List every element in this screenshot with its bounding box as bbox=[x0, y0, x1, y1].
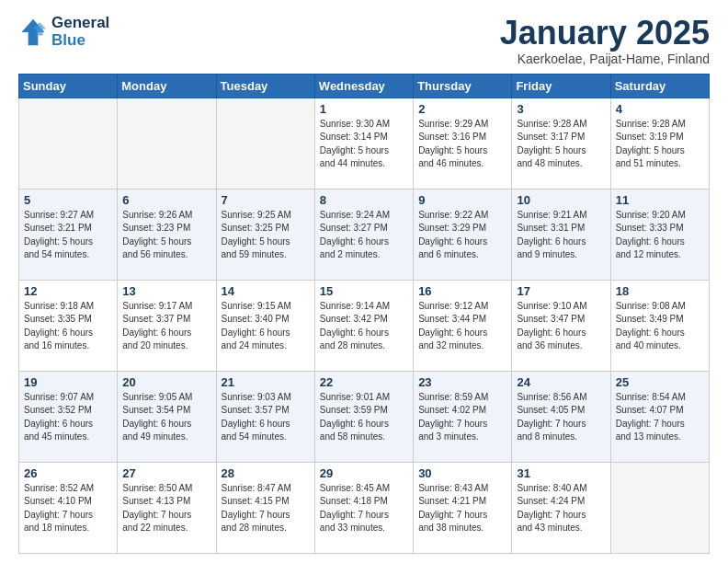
sunrise-text: Sunrise: 9:29 AM bbox=[418, 119, 488, 129]
daylight-text-line2: and 28 minutes. bbox=[320, 340, 385, 350]
daylight-text-line2: and 32 minutes. bbox=[418, 340, 483, 350]
weekday-header-friday: Friday bbox=[512, 74, 610, 98]
day-number: 13 bbox=[122, 284, 210, 298]
sunrise-text: Sunrise: 9:28 AM bbox=[517, 119, 586, 129]
sunset-text: Sunset: 4:21 PM bbox=[418, 496, 486, 506]
logo-icon bbox=[18, 17, 48, 47]
daylight-text-line1: Daylight: 5 hours bbox=[517, 145, 586, 155]
sunset-text: Sunset: 4:18 PM bbox=[320, 496, 388, 506]
weekday-header-saturday: Saturday bbox=[610, 74, 709, 98]
day-info: Sunrise: 9:07 AMSunset: 3:52 PMDaylight:… bbox=[24, 391, 112, 444]
sunrise-text: Sunrise: 8:52 AM bbox=[24, 483, 94, 493]
daylight-text-line1: Daylight: 6 hours bbox=[24, 327, 93, 338]
daylight-text-line1: Daylight: 6 hours bbox=[320, 327, 389, 338]
calendar-day-cell: 7Sunrise: 9:25 AMSunset: 3:25 PMDaylight… bbox=[216, 189, 314, 280]
sunset-text: Sunset: 3:31 PM bbox=[517, 223, 585, 233]
day-info: Sunrise: 9:18 AMSunset: 3:35 PMDaylight:… bbox=[24, 300, 112, 353]
daylight-text-line1: Daylight: 7 hours bbox=[418, 510, 487, 520]
sunset-text: Sunset: 3:33 PM bbox=[616, 223, 684, 233]
header: General Blue January 2025 Kaerkoelae, Pa… bbox=[18, 15, 710, 66]
day-number: 24 bbox=[517, 375, 605, 389]
daylight-text-line2: and 13 minutes. bbox=[616, 431, 681, 442]
day-number: 21 bbox=[222, 375, 310, 389]
calendar-day-cell: 21Sunrise: 9:03 AMSunset: 3:57 PMDayligh… bbox=[216, 371, 314, 462]
weekday-header-monday: Monday bbox=[118, 74, 216, 98]
day-info: Sunrise: 8:59 AMSunset: 4:02 PMDaylight:… bbox=[418, 391, 506, 444]
calendar-day-cell bbox=[19, 98, 118, 189]
sunrise-text: Sunrise: 8:50 AM bbox=[122, 483, 192, 493]
sunrise-text: Sunrise: 8:59 AM bbox=[418, 392, 488, 402]
daylight-text-line1: Daylight: 6 hours bbox=[517, 327, 586, 338]
day-info: Sunrise: 8:56 AMSunset: 4:05 PMDaylight:… bbox=[517, 391, 605, 444]
daylight-text-line1: Daylight: 6 hours bbox=[616, 327, 685, 338]
daylight-text-line1: Daylight: 6 hours bbox=[122, 419, 191, 429]
day-info: Sunrise: 8:40 AMSunset: 4:24 PMDaylight:… bbox=[517, 482, 605, 535]
sunset-text: Sunset: 4:02 PM bbox=[418, 405, 486, 415]
daylight-text-line2: and 2 minutes. bbox=[320, 249, 381, 259]
sunrise-text: Sunrise: 8:45 AM bbox=[320, 483, 390, 493]
day-info: Sunrise: 9:30 AMSunset: 3:14 PMDaylight:… bbox=[320, 118, 408, 171]
calendar-day-cell: 1Sunrise: 9:30 AMSunset: 3:14 PMDaylight… bbox=[314, 98, 413, 189]
daylight-text-line1: Daylight: 5 hours bbox=[320, 145, 389, 155]
calendar-day-cell bbox=[216, 98, 314, 189]
calendar-day-cell: 13Sunrise: 9:17 AMSunset: 3:37 PMDayligh… bbox=[118, 280, 216, 371]
sunset-text: Sunset: 4:13 PM bbox=[122, 496, 190, 506]
calendar-week-row: 1Sunrise: 9:30 AMSunset: 3:14 PMDaylight… bbox=[19, 98, 710, 189]
day-info: Sunrise: 9:25 AMSunset: 3:25 PMDaylight:… bbox=[222, 209, 310, 262]
day-info: Sunrise: 9:29 AMSunset: 3:16 PMDaylight:… bbox=[418, 118, 506, 171]
sunrise-text: Sunrise: 9:14 AM bbox=[320, 301, 390, 311]
sunset-text: Sunset: 3:17 PM bbox=[517, 132, 585, 142]
title-block: January 2025 Kaerkoelae, Paijat-Hame, Fi… bbox=[500, 15, 710, 66]
day-number: 18 bbox=[616, 284, 704, 298]
calendar-day-cell: 23Sunrise: 8:59 AMSunset: 4:02 PMDayligh… bbox=[414, 371, 512, 462]
day-info: Sunrise: 9:08 AMSunset: 3:49 PMDaylight:… bbox=[616, 300, 704, 353]
daylight-text-line1: Daylight: 7 hours bbox=[122, 510, 191, 520]
day-number: 20 bbox=[122, 375, 210, 389]
calendar-day-cell: 27Sunrise: 8:50 AMSunset: 4:13 PMDayligh… bbox=[118, 462, 216, 553]
daylight-text-line2: and 46 minutes. bbox=[418, 158, 483, 168]
calendar-day-cell: 14Sunrise: 9:15 AMSunset: 3:40 PMDayligh… bbox=[216, 280, 314, 371]
day-info: Sunrise: 9:26 AMSunset: 3:23 PMDaylight:… bbox=[122, 209, 210, 262]
sunset-text: Sunset: 3:14 PM bbox=[320, 132, 388, 142]
daylight-text-line2: and 16 minutes. bbox=[24, 340, 89, 350]
daylight-text-line2: and 20 minutes. bbox=[122, 340, 188, 350]
sunset-text: Sunset: 3:47 PM bbox=[517, 314, 585, 324]
sunset-text: Sunset: 4:05 PM bbox=[517, 405, 585, 415]
day-info: Sunrise: 9:27 AMSunset: 3:21 PMDaylight:… bbox=[24, 209, 112, 262]
daylight-text-line2: and 59 minutes. bbox=[222, 249, 287, 259]
sunrise-text: Sunrise: 8:43 AM bbox=[418, 483, 488, 493]
weekday-header-tuesday: Tuesday bbox=[216, 74, 314, 98]
day-info: Sunrise: 9:12 AMSunset: 3:44 PMDaylight:… bbox=[418, 300, 506, 353]
daylight-text-line1: Daylight: 7 hours bbox=[616, 419, 685, 429]
daylight-text-line2: and 45 minutes. bbox=[24, 431, 89, 442]
daylight-text-line2: and 51 minutes. bbox=[616, 158, 681, 168]
sunset-text: Sunset: 3:25 PM bbox=[222, 223, 290, 233]
daylight-text-line1: Daylight: 6 hours bbox=[418, 236, 487, 247]
sunset-text: Sunset: 3:37 PM bbox=[122, 314, 190, 324]
calendar-day-cell: 20Sunrise: 9:05 AMSunset: 3:54 PMDayligh… bbox=[118, 371, 216, 462]
sunset-text: Sunset: 3:44 PM bbox=[418, 314, 486, 324]
sunrise-text: Sunrise: 9:21 AM bbox=[517, 210, 586, 220]
day-number: 4 bbox=[616, 102, 704, 116]
sunrise-text: Sunrise: 9:01 AM bbox=[320, 392, 390, 402]
calendar-day-cell bbox=[118, 98, 216, 189]
day-info: Sunrise: 8:43 AMSunset: 4:21 PMDaylight:… bbox=[418, 482, 506, 535]
sunset-text: Sunset: 3:49 PM bbox=[616, 314, 684, 324]
daylight-text-line2: and 56 minutes. bbox=[122, 249, 188, 259]
sunset-text: Sunset: 4:15 PM bbox=[222, 496, 290, 506]
sunrise-text: Sunrise: 9:26 AM bbox=[122, 210, 192, 220]
day-info: Sunrise: 9:17 AMSunset: 3:37 PMDaylight:… bbox=[122, 300, 210, 353]
calendar-page: General Blue January 2025 Kaerkoelae, Pa… bbox=[0, 0, 728, 563]
day-number: 1 bbox=[320, 102, 408, 116]
daylight-text-line1: Daylight: 5 hours bbox=[616, 145, 685, 155]
calendar-day-cell: 31Sunrise: 8:40 AMSunset: 4:24 PMDayligh… bbox=[512, 462, 610, 553]
day-number: 25 bbox=[616, 375, 704, 389]
weekday-header-wednesday: Wednesday bbox=[314, 74, 413, 98]
day-info: Sunrise: 8:52 AMSunset: 4:10 PMDaylight:… bbox=[24, 482, 112, 535]
sunrise-text: Sunrise: 8:47 AM bbox=[222, 483, 291, 493]
day-info: Sunrise: 9:15 AMSunset: 3:40 PMDaylight:… bbox=[222, 300, 310, 353]
daylight-text-line1: Daylight: 6 hours bbox=[418, 327, 487, 338]
day-number: 23 bbox=[418, 375, 506, 389]
calendar-day-cell bbox=[610, 462, 709, 553]
calendar-day-cell: 2Sunrise: 9:29 AMSunset: 3:16 PMDaylight… bbox=[414, 98, 512, 189]
